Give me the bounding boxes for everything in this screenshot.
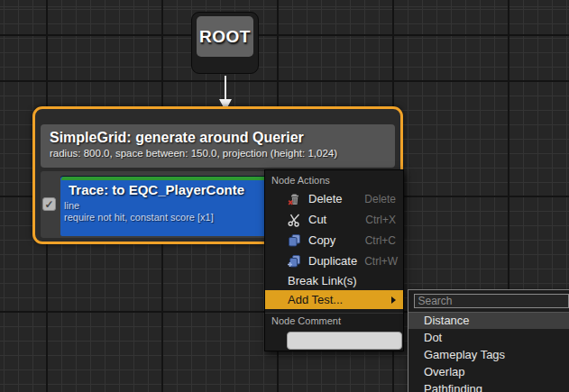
generator-node-subtitle: radius: 800.0, space between: 150.0, pro… (50, 147, 386, 160)
add-test-submenu: Distance Dot Gameplay Tags Overlap Pathf… (408, 289, 569, 392)
shortcut-label: Ctrl+W (364, 255, 398, 268)
submenu-item-dot[interactable]: Dot (408, 329, 569, 346)
cut-icon (287, 213, 302, 227)
menu-item-cut[interactable]: Cut Ctrl+X (265, 209, 403, 230)
menu-item-duplicate[interactable]: Duplicate Ctrl+W (265, 251, 403, 271)
submenu-item-pathfinding[interactable]: Pathfinding (408, 380, 569, 392)
generator-node-header: SimpleGrid: generate around Querier radi… (41, 124, 395, 168)
menu-item-add-test[interactable]: Add Test... (265, 290, 403, 309)
shortcut-label: Ctrl+C (365, 234, 396, 247)
submenu-item-gameplay-tags[interactable]: Gameplay Tags (408, 346, 569, 363)
copy-icon (287, 233, 302, 248)
root-node-title: ROOT (199, 27, 251, 47)
eqs-graph-canvas[interactable]: ROOT SimpleGrid: generate around Querier… (0, 0, 569, 392)
shortcut-label: Ctrl+X (365, 214, 396, 226)
test-enabled-checkbox[interactable]: ✓ (42, 197, 56, 211)
generator-node-title: SimpleGrid: generate around Querier (50, 129, 386, 147)
menu-item-break-links[interactable]: Break Link(s) (265, 271, 403, 290)
node-comment-section-title: Node Comment (265, 314, 403, 329)
search-input[interactable] (414, 294, 569, 308)
root-node-header: ROOT (197, 16, 253, 57)
submenu-item-overlap[interactable]: Overlap (408, 363, 569, 380)
menu-item-copy[interactable]: Copy Ctrl+C (265, 230, 403, 251)
context-menu-section-title: Node Actions (265, 173, 403, 188)
delete-icon (287, 192, 302, 206)
menu-item-delete[interactable]: Delete Delete (265, 188, 403, 209)
duplicate-icon (287, 254, 302, 269)
submenu-item-distance[interactable]: Distance (408, 312, 569, 329)
shortcut-label: Delete (364, 193, 396, 205)
node-comment-input[interactable] (287, 332, 402, 350)
checkmark-icon: ✓ (44, 199, 53, 210)
node-actions-context-menu: Node Actions Delete Delete (264, 169, 404, 351)
root-node[interactable]: ROOT (191, 12, 259, 74)
submenu-expand-icon (391, 296, 396, 304)
